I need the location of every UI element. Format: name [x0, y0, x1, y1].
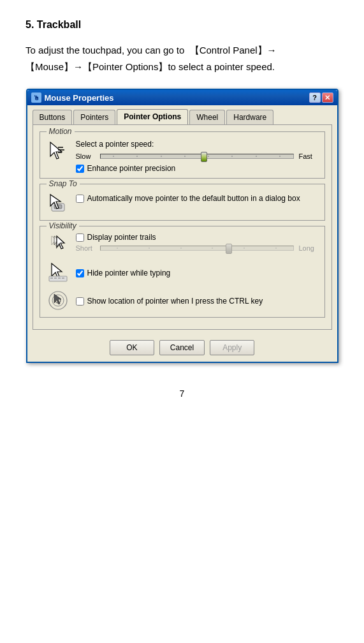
- intro-paragraph: To adjust the touchpad, you can go to 【C…: [25, 42, 339, 75]
- motion-section: Motion Select a pointer speed:: [40, 131, 325, 179]
- help-button[interactable]: ?: [309, 92, 321, 103]
- svg-rect-14: [58, 277, 61, 279]
- title-bar-left: 🖱 Mouse Properties: [31, 92, 114, 103]
- hide-pointer-label: Hide pointer while typing: [87, 269, 171, 277]
- motion-right: Select a pointer speed: Slow: [76, 140, 318, 173]
- tab-pointer-options[interactable]: Pointer Options: [117, 109, 188, 124]
- trails-label: Display pointer trails: [87, 233, 156, 242]
- section-title: 5. Trackball: [25, 19, 339, 31]
- visibility-label: Visibility: [47, 221, 79, 230]
- speed-slider-row: Slow Fast: [76, 152, 318, 160]
- trails-row: Display pointer trails Short: [47, 232, 318, 256]
- hide-checkbox-row: Hide pointer while typing: [76, 269, 318, 277]
- short-label: Short: [76, 244, 95, 252]
- hide-pointer-icon: [47, 261, 69, 284]
- show-location-right: Show location of pointer when I press th…: [76, 295, 318, 306]
- snap-to-checkbox[interactable]: [76, 195, 84, 203]
- fast-label: Fast: [299, 152, 318, 160]
- show-location-row: Show location of pointer when I press th…: [47, 289, 318, 312]
- tab-wheel[interactable]: Wheel: [189, 110, 225, 124]
- snap-to-content: Automatically move pointer to the defaul…: [47, 192, 318, 215]
- visibility-section: Visibility: [40, 226, 325, 318]
- trails-slider-row: Short Long: [76, 244, 318, 252]
- long-label: Long: [299, 244, 318, 252]
- trails-icon: [47, 232, 69, 255]
- show-location-checkbox[interactable]: [76, 297, 84, 306]
- motion-content: Select a pointer speed: Slow: [47, 140, 318, 173]
- tab-buttons[interactable]: Buttons: [33, 110, 73, 124]
- motion-icon: [47, 140, 69, 163]
- enhance-row: Enhance pointer precision: [76, 164, 318, 173]
- motion-label: Motion: [47, 127, 75, 136]
- trails-slider[interactable]: [100, 246, 294, 251]
- tabs-row: Buttons Pointers Pointer Options Wheel H…: [27, 105, 337, 124]
- snap-to-row: Automatically move pointer to the defaul…: [76, 193, 318, 204]
- snap-to-label: Snap To: [47, 179, 80, 188]
- svg-rect-12: [50, 277, 53, 279]
- tab-pointers[interactable]: Pointers: [73, 110, 115, 124]
- hide-pointer-right: Hide pointer while typing: [76, 267, 318, 277]
- snap-to-icon: [47, 192, 69, 215]
- svg-marker-0: [50, 142, 62, 159]
- svg-rect-13: [54, 277, 57, 279]
- dialog-body: Buttons Pointers Pointer Options Wheel H…: [27, 105, 337, 362]
- snap-to-right: Automatically move pointer to the defaul…: [76, 192, 318, 204]
- enhance-label: Enhance pointer precision: [87, 164, 176, 173]
- cancel-button[interactable]: Cancel: [159, 340, 205, 355]
- trails-checkbox[interactable]: [76, 233, 84, 242]
- apply-button[interactable]: Apply: [210, 340, 254, 355]
- dialog-title: Mouse Properties: [45, 93, 114, 103]
- svg-marker-9: [57, 236, 64, 249]
- dialog-icon: 🖱: [31, 92, 41, 103]
- show-location-checkbox-row: Show location of pointer when I press th…: [76, 297, 318, 306]
- hide-pointer-checkbox[interactable]: [76, 269, 84, 277]
- speed-label: Select a pointer speed:: [76, 140, 318, 149]
- page-number: 7: [25, 388, 339, 399]
- slow-label: Slow: [76, 152, 95, 160]
- show-location-icon: [47, 289, 69, 312]
- ok-button[interactable]: OK: [110, 340, 154, 355]
- close-button[interactable]: ✕: [322, 92, 333, 103]
- snap-to-text: Automatically move pointer to the defaul…: [87, 193, 300, 204]
- svg-rect-15: [62, 277, 64, 279]
- show-location-label: Show location of pointer when I press th…: [87, 297, 263, 306]
- tab-content: Motion Select a pointer speed:: [33, 124, 332, 330]
- snap-to-section: Snap To Automatically move poi: [40, 184, 325, 221]
- mouse-properties-dialog: 🖱 Mouse Properties ? ✕ Buttons Pointers …: [26, 89, 339, 363]
- dialog-buttons: OK Cancel Apply: [27, 335, 337, 362]
- visibility-rows: Display pointer trails Short: [47, 232, 318, 312]
- speed-slider[interactable]: [100, 154, 294, 159]
- tab-hardware[interactable]: Hardware: [226, 110, 273, 124]
- title-bar-buttons: ? ✕: [309, 92, 333, 103]
- enhance-checkbox[interactable]: [76, 165, 84, 173]
- trails-checkbox-row: Display pointer trails: [76, 233, 318, 242]
- trails-right: Display pointer trails Short: [76, 232, 318, 256]
- hide-pointer-row: Hide pointer while typing: [47, 261, 318, 284]
- title-bar: 🖱 Mouse Properties ? ✕: [27, 90, 337, 105]
